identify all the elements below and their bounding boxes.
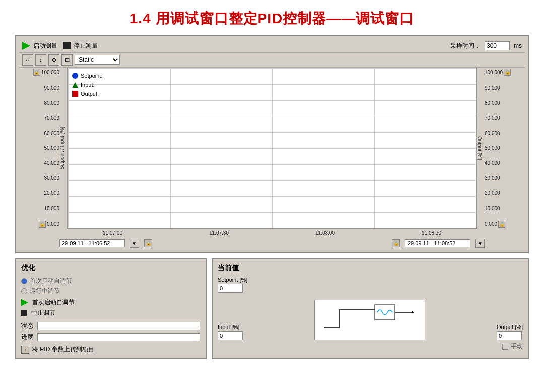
start-icon — [22, 42, 30, 50]
grid-v-4 — [476, 68, 477, 228]
cv-container: Setpoint [%] Input [%] — [218, 277, 523, 340]
legend-setpoint-dot — [72, 73, 78, 79]
left-axis-val-0: 100.000 — [41, 70, 59, 75]
right-lock-bottom[interactable]: 🔒 — [498, 221, 505, 228]
legend-output: Output: — [72, 89, 102, 98]
status-label: 状态 — [21, 321, 33, 330]
upload-row: ↑ 将 PID 参数上传到项目 — [21, 345, 200, 354]
input-section: Input [%] — [218, 324, 243, 340]
right-axis-val-2: 80.000 — [485, 100, 500, 106]
time-t3: 11:08:00 — [315, 230, 335, 236]
toolbar: 启动测量 停止测量 采样时间： ms — [19, 39, 525, 53]
time-left-dropdown[interactable]: ▼ — [130, 239, 139, 248]
left-lock-top[interactable]: 🔒 — [33, 69, 40, 76]
radio-running-circle[interactable] — [21, 288, 27, 294]
legend-output-dot — [72, 91, 78, 97]
legend-input-icon — [72, 82, 78, 88]
svg-rect-1 — [375, 305, 395, 320]
grid-v-1 — [170, 68, 171, 228]
manual-label: 手动 — [511, 342, 523, 351]
radio-group: 首次启动自调节 运行中调节 — [21, 277, 200, 295]
status-section: 状态 进度 — [21, 321, 200, 341]
left-axis-val-1: 90.000 — [44, 85, 59, 91]
stop-label: 停止测量 — [74, 42, 98, 50]
chart-container: 🔒 100.000 90.000 80.000 70.000 60.000 50… — [19, 68, 525, 229]
time-right-lock[interactable]: 🔒 — [392, 239, 400, 247]
right-axis-val-7: 30.000 — [485, 175, 500, 181]
output-value-input[interactable] — [497, 331, 522, 340]
radio-first-label: 首次启动自调节 — [30, 277, 72, 285]
pid-diagram — [314, 300, 425, 340]
zoom-x-btn[interactable]: ↔ — [22, 54, 33, 66]
setpoint-label: Setpoint [%] — [218, 277, 523, 283]
chart-legend: Setpoint: Input: Output: — [72, 71, 102, 98]
time-t1: 11:07:00 — [103, 230, 122, 236]
time-axis: 11:07:00 11:07:30 11:08:00 11:08:30 — [19, 229, 525, 237]
left-axis-val-6: 40.000 — [44, 160, 59, 166]
sample-time-unit: ms — [514, 42, 522, 49]
left-axis: 🔒 100.000 90.000 80.000 70.000 60.000 50… — [19, 68, 59, 229]
start-tune-icon — [21, 299, 28, 306]
optimization-panel: 优化 首次启动自调节 运行中调节 首次启动自调节 中止调节 状态 — [15, 258, 207, 359]
upload-icon[interactable]: ↑ — [21, 346, 29, 354]
left-axis-val-9: 10.000 — [44, 206, 59, 211]
left-axis-val-5: 50.000 — [44, 145, 59, 151]
start-label: 启动测量 — [33, 42, 57, 50]
upload-label[interactable]: 将 PID 参数上传到项目 — [32, 345, 94, 354]
right-axis-val-4: 60.000 — [485, 130, 500, 136]
zoom-in-btn[interactable]: ⊕ — [48, 54, 59, 66]
radio-item-running: 运行中调节 — [21, 287, 200, 295]
time-right-dropdown[interactable]: ▼ — [475, 239, 485, 248]
left-axis-val-4: 60.000 — [44, 130, 59, 136]
right-axis-label-container: Output [%] — [477, 68, 485, 229]
input-value-input[interactable] — [218, 331, 243, 340]
bottom-panels: 优化 首次启动自调节 运行中调节 首次启动自调节 中止调节 状态 — [15, 258, 529, 359]
output-section: Output [%] — [497, 324, 523, 340]
right-axis-val-8: 20.000 — [485, 190, 500, 196]
right-axis-val-10: 0.000 — [485, 221, 497, 227]
right-axis-val-0: 100.000 — [485, 70, 503, 75]
radio-item-first: 首次启动自调节 — [21, 277, 200, 285]
progress-input — [37, 333, 200, 341]
stop-tune-row: 中止调节 — [21, 309, 200, 317]
optimization-title: 优化 — [21, 264, 200, 273]
time-right-input[interactable] — [405, 239, 470, 247]
start-tune-label[interactable]: 首次启动自调节 — [32, 298, 75, 307]
zoom-out-btn[interactable]: ⊟ — [61, 54, 73, 66]
time-selector-row: ▼ 🔒 🔒 ▼ — [19, 237, 525, 249]
right-lock-top[interactable]: 🔒 — [504, 69, 511, 76]
sample-time-input[interactable] — [485, 41, 510, 50]
time-left-lock[interactable]: 🔒 — [144, 239, 152, 247]
right-axis-val-1: 90.000 — [485, 85, 500, 91]
grid-v-3 — [374, 68, 375, 228]
radio-running-label: 运行中调节 — [30, 287, 60, 295]
setpoint-value-input[interactable] — [218, 284, 243, 293]
right-axis: 100.000 🔒 90.000 80.000 70.000 60.000 50… — [485, 68, 525, 229]
stop-tune-label[interactable]: 中止调节 — [31, 309, 55, 317]
output-label: Output [%] — [497, 324, 523, 330]
pid-diagram-svg — [319, 302, 420, 338]
right-axis-val-3: 70.000 — [485, 115, 500, 121]
legend-output-label: Output: — [81, 89, 99, 98]
svg-marker-3 — [412, 311, 414, 314]
time-left-input[interactable] — [59, 239, 125, 247]
time-t2: 11:07:30 — [209, 230, 229, 236]
manual-row: 手动 — [218, 342, 523, 351]
left-lock-bottom[interactable]: 🔒 — [39, 221, 46, 228]
chart-controls: ↔ ↕ ⊕ ⊟ Static Scrolling Trigger — [19, 53, 525, 68]
zoom-y-btn[interactable]: ↕ — [35, 54, 46, 66]
left-axis-val-7: 30.000 — [44, 175, 59, 181]
grid-v-2 — [272, 68, 273, 228]
time-t4: 11:08:30 — [422, 230, 441, 236]
sample-time-label: 采样时间： — [450, 42, 481, 50]
chart-mode-select[interactable]: Static Scrolling Trigger — [75, 55, 120, 65]
left-axis-label: Setpoint / Input [%] — [59, 127, 65, 170]
legend-input: Input: — [72, 80, 102, 89]
right-axis-label: Output [%] — [477, 136, 482, 160]
radio-first-circle[interactable] — [21, 278, 27, 284]
status-input — [37, 322, 200, 330]
start-tune-row: 首次启动自调节 — [21, 298, 200, 307]
manual-checkbox[interactable] — [502, 344, 508, 350]
grid-v-0 — [68, 68, 69, 228]
status-row: 状态 — [21, 321, 200, 330]
